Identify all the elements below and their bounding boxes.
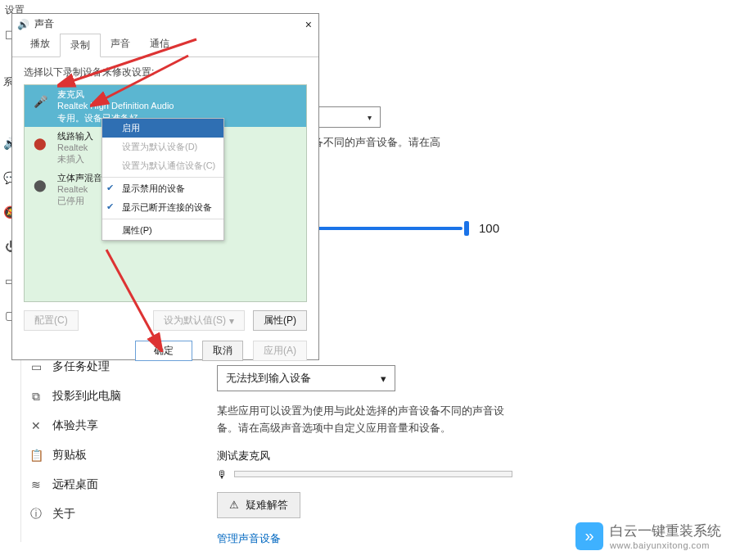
chevron-down-icon: ▾ [381,373,386,385]
properties-button[interactable]: 属性(P) [253,310,307,331]
tab-comm[interactable]: 通信 [140,33,179,56]
share-icon: ✕ [29,419,43,432]
check-icon: ✔ [106,201,114,212]
input-device-value: 无法找到输入设备 [226,371,311,386]
input-hint: 某些应用可以设置为使用与此处选择的声音设备不同的声音设备。请在高级声音选项中自定… [217,403,520,437]
input-device-select[interactable]: 无法找到输入设备 ▾ [217,365,395,391]
nav-label: 剪贴板 [52,448,87,463]
about-icon: ⓘ [29,507,43,522]
chevron-down-icon: ▾ [368,113,372,122]
settings-window: 设置 ☐ 系 🔊 💬 🔕 ⏻ ▭ ▢ ▭多任务处理 ⧉投影到此电脑 ✕体验共享 … [0,0,731,560]
mic-icon: 🎤 [31,88,49,115]
device-status: 未插入 [57,153,93,165]
remote-icon: ≋ [29,478,43,491]
troubleshoot-button[interactable]: ⚠ 疑难解答 [217,492,300,518]
microphone-icon: 🎙 [217,468,228,481]
mic-test-row: 🎙 [217,468,708,481]
nav-project[interactable]: ⧉投影到此电脑 [23,382,203,411]
nav-remote[interactable]: ≋远程桌面 [23,470,203,499]
sound-dialog: 🔊 声音 × 播放 录制 声音 通信 选择以下录制设备来修改设置: 🎤 麦克风 … [11,13,319,360]
chevron-down-icon: ▾ [229,315,234,327]
device-driver: Realtek [57,183,102,195]
set-default-button[interactable]: 设为默认值(S)▾ [153,310,245,331]
tab-playback[interactable]: 播放 [20,33,60,56]
settings-nav: ▭多任务处理 ⧉投影到此电脑 ✕体验共享 📋剪贴板 ≋远程桌面 ⓘ关于 [23,352,203,529]
nav-label: 体验共享 [52,418,98,433]
watermark: » 白云一键重装系统 www.baiyunxitong.com [575,522,721,550]
device-list[interactable]: 🎤 麦克风 Realtek High Definition Audio 专用。设… [24,84,307,302]
device-context-menu: 启用 设置为默认设备(D) 设置为默认通信设备(C) ✔显示禁用的设备 ✔显示已… [102,118,224,241]
device-name: 麦克风 [57,88,174,100]
nav-label: 多任务处理 [52,359,110,374]
menu-separator [102,177,223,178]
device-driver: Realtek High Definition Audio [57,100,174,111]
dialog-button-row: 配置(C) 设为默认值(S)▾ 属性(P) [12,302,318,331]
tab-sounds[interactable]: 声音 [101,33,140,56]
linein-icon: ⬤ [31,130,49,156]
dialog-prompt: 选择以下录制设备来修改设置: [12,57,318,84]
nav-label: 投影到此电脑 [52,389,121,404]
apply-button[interactable]: 应用(A) [253,341,307,361]
configure-button[interactable]: 配置(C) [24,310,79,331]
device-status: 已停用 [57,195,102,206]
close-button[interactable]: × [305,18,312,31]
nav-label: 远程桌面 [52,477,98,492]
mic-test-label: 测试麦克风 [217,449,708,463]
clipboard-icon: 📋 [29,449,43,462]
watermark-logo-icon: » [575,522,603,550]
menu-set-comm[interactable]: 设置为默认通信设备(C) [102,156,223,175]
menu-enable[interactable]: 启用 [102,119,223,138]
sound-icon: 🔊 [17,19,29,30]
device-driver: Realtek [57,142,93,153]
nav-clipboard[interactable]: 📋剪贴板 [23,440,203,470]
slider-thumb[interactable] [464,221,469,236]
project-icon: ⧉ [29,390,43,404]
troubleshoot-label: 疑难解答 [246,498,288,513]
check-icon: ✔ [106,183,114,193]
dialog-titlebar: 🔊 声音 × [12,14,318,33]
nav-about[interactable]: ⓘ关于 [23,499,203,529]
menu-properties[interactable]: 属性(P) [102,221,223,240]
nav-share[interactable]: ✕体验共享 [23,411,203,440]
nav-label: 关于 [52,507,75,522]
warning-icon: ⚠ [229,499,239,511]
menu-show-disconnected[interactable]: ✔显示已断开连接的设备 [102,198,223,217]
dialog-title: 声音 [34,17,54,31]
menu-set-default[interactable]: 设置为默认设备(D) [102,138,223,156]
menu-show-disabled[interactable]: ✔显示禁用的设备 [102,179,223,198]
dialog-ok-row: 确定 取消 应用(A) [12,331,318,361]
multitask-icon: ▭ [29,360,43,373]
volume-value: 100 [479,221,499,235]
dialog-tabs: 播放 录制 声音 通信 [12,33,318,57]
device-name: 线路输入 [57,130,93,142]
ok-button[interactable]: 确定 [135,341,192,361]
mic-level-bar [234,471,512,477]
tab-recording[interactable]: 录制 [60,34,101,57]
stereo-icon: ⬤ [31,172,49,198]
watermark-title: 白云一键重装系统 [610,522,721,540]
watermark-url: www.baiyunxitong.com [610,540,721,550]
device-name: 立体声混音 [57,172,102,183]
menu-separator [102,219,223,219]
cancel-button[interactable]: 取消 [202,341,243,361]
